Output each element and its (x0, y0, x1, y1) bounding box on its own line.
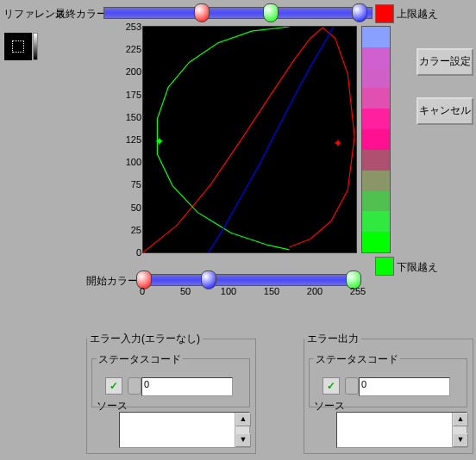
lower-over-label: 下限越え (397, 260, 438, 275)
error-in-ok-icon: ✓ (105, 377, 122, 395)
y-tick: 125 (112, 134, 141, 145)
start-color-slider[interactable] (142, 274, 360, 286)
colorbar-segment[interactable] (362, 171, 390, 191)
y-tick: 253 (112, 22, 141, 32)
x-axis: 050100150200255 (142, 286, 358, 300)
colorbar-segment[interactable] (362, 68, 390, 89)
final-color-label: 最終カラー (55, 7, 107, 22)
colorbar-segment[interactable] (362, 191, 390, 212)
colorbar-segment[interactable] (362, 47, 390, 68)
error-out-code-field[interactable]: 0 (359, 377, 450, 396)
error-in-legend: エラー入力(エラーなし) (87, 332, 203, 346)
y-axis: 2532252001751501251007550250 (112, 26, 141, 252)
upper-over-swatch[interactable] (375, 4, 394, 23)
y-tick: 75 (112, 179, 141, 190)
curve-plot[interactable]: ✦✦ (142, 26, 357, 253)
y-tick: 100 (112, 157, 141, 167)
y-tick: 50 (112, 202, 141, 213)
slider-thumb[interactable] (194, 3, 210, 22)
error-out-stepper[interactable] (345, 377, 359, 395)
series-green (158, 27, 290, 250)
error-in-source-text[interactable]: ▲▼ (119, 412, 250, 448)
colorbar-segment[interactable] (362, 211, 390, 232)
x-tick: 0 (130, 286, 154, 296)
colorbar-segment[interactable] (362, 109, 390, 129)
error-out-legend: エラー出力 (304, 332, 361, 346)
cancel-button[interactable]: キャンセル (416, 97, 473, 125)
scrollbar[interactable]: ▲▼ (452, 413, 467, 447)
error-out-ok-icon: ✓ (323, 377, 340, 395)
x-tick: 100 (216, 286, 241, 296)
scrollbar[interactable]: ▲▼ (235, 413, 249, 447)
error-in-status-label: ステータスコード (97, 352, 183, 367)
error-out-status-label: ステータスコード (314, 352, 400, 367)
series-blue (209, 27, 334, 252)
colorbar-segment[interactable] (362, 27, 390, 47)
slider-thumb[interactable] (263, 3, 279, 22)
x-tick: 200 (303, 286, 327, 296)
error-in-code-field[interactable]: 0 (141, 377, 233, 396)
y-tick: 25 (112, 225, 141, 235)
x-tick: 50 (173, 286, 197, 296)
colorbar-segment[interactable] (362, 150, 390, 171)
y-tick: 150 (112, 112, 141, 122)
color-set-button[interactable]: カラー設定 (416, 48, 473, 76)
final-color-slider[interactable] (103, 7, 373, 19)
slider-thumb[interactable] (352, 3, 367, 22)
y-tick: 0 (112, 247, 141, 258)
colorbar-segment[interactable] (362, 129, 390, 150)
error-out-source-text[interactable]: ▲▼ (336, 412, 467, 448)
x-tick: 255 (346, 286, 370, 296)
colorbar[interactable] (361, 26, 391, 253)
y-tick: 200 (112, 66, 141, 77)
colorbar-segment[interactable] (362, 88, 390, 109)
reference-gradient (33, 33, 38, 60)
lower-over-swatch[interactable] (375, 257, 394, 276)
series-red (143, 28, 354, 252)
colorbar-segment[interactable] (362, 232, 390, 252)
error-in-stepper[interactable] (128, 377, 141, 395)
y-tick: 225 (112, 44, 141, 54)
y-tick: 175 (112, 90, 141, 100)
reference-thumb[interactable] (4, 33, 32, 60)
upper-over-label: 上限越え (397, 7, 438, 22)
x-tick: 150 (260, 286, 284, 296)
